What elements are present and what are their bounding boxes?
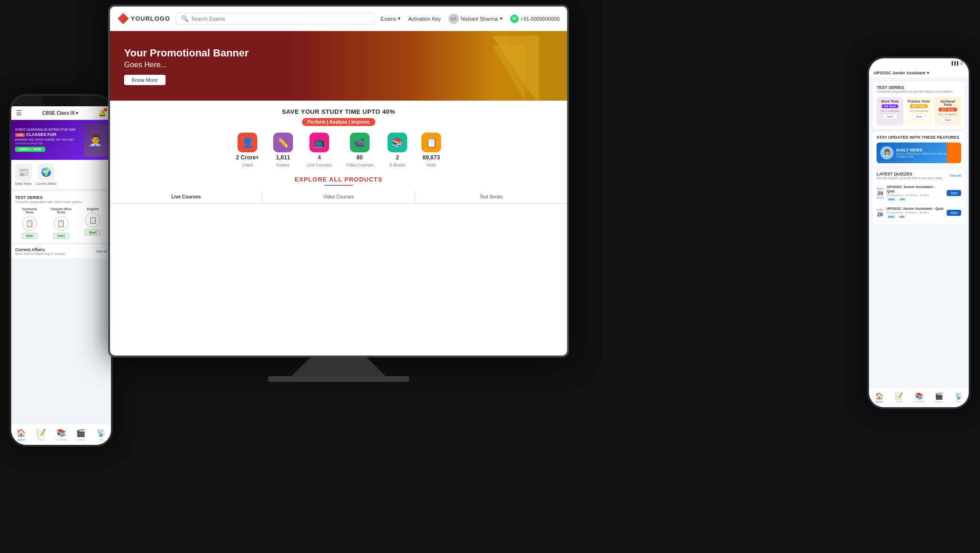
rts-start-btn[interactable]: Start [940,117,955,123]
quiz-name: UPSSSC Junior Assistant - Quiz [887,185,944,193]
pbn-tests[interactable]: 📝 Tests [31,428,51,441]
banner-title: Your Promotional Banner [124,47,249,60]
chevron-down-icon: ▾ [398,16,401,22]
tag-hin: HIN [898,198,907,201]
quiz-start-btn[interactable]: Start [947,190,961,196]
test-series-title: TEST SERIES [15,195,107,200]
tab-video-courses[interactable]: Video Courses [262,190,415,203]
rts-start-btn[interactable]: Start [883,114,897,119]
shortcut-current-affairs[interactable]: 🌍 Current Affairs [36,164,57,185]
logo-icon [118,13,129,24]
live-courses-icon-box: 📺 [309,133,329,152]
test-series-subtitle: Complete preparation with latest exam pa… [15,200,107,204]
stat-number: 80 [356,154,363,161]
su-banner[interactable]: 👩‍💼 DAILY NEWS DAILY UPDATES & NEWS FOR … [877,142,961,163]
banner-content: Your Promotional Banner Goes Here... Kno… [124,47,249,86]
ts-circle: 📋 [54,216,69,231]
know-more-button[interactable]: Know More [124,75,166,85]
ts-item-chapter[interactable]: Chapter WiseTests 📋 Start [47,207,75,239]
home-icon: 🏠 [875,392,883,400]
rts-card-practice[interactable]: Practice Tests 0/34 Tests 0% Completed S… [905,97,932,126]
rpbn-tests[interactable]: 📝 Tests [889,392,909,403]
tests-icon: 📝 [895,392,903,400]
activation-key[interactable]: Activation Key [408,16,441,22]
rphone-bottom-nav: 🏠 Home 📝 Tests 📚 E-Library 🎬 Videos 📡 [869,387,969,407]
rts-badge: 0/34 Tests [910,104,928,108]
stat-video-courses: 📹 80 Video Courses [346,133,373,167]
ts-item-label: SectionalTests [22,207,37,214]
shortcut-label: Current Affairs [36,182,57,185]
exam-selector[interactable]: UPSSSC Junior Assistant ▾ [874,71,929,75]
rphone-test-series: TEST SERIES Complete preparation as per … [873,81,965,129]
search-bar[interactable]: 🔍 [176,13,375,24]
stat-number: 2 [396,154,399,161]
stat-tests: 📋 89,673 Tests [421,133,441,167]
rts-progress: 0% Completed [881,110,899,112]
latest-quizzes: LATEST QUIZZES Quickly assess yourself w… [873,169,965,224]
orange-bar [947,142,961,163]
phone-banner: START LEARNING IN INTRACTIVE WAY LIVE CL… [11,120,111,160]
lq-view-all[interactable]: View All [950,174,961,177]
promotional-banner: Your Promotional Banner Goes Here... Kno… [110,31,567,101]
status-icons: ▐▐▐ 🔋 [950,61,964,65]
search-input[interactable] [191,16,370,22]
ts-start-btn[interactable]: Start [85,229,101,236]
stat-number: 2 Crore+ [236,154,259,161]
tab-live-courses[interactable]: Live Courses [110,190,262,203]
rpbn-label: Live [956,400,961,403]
logo: YOURLOGO [118,13,170,24]
stats-icons: 👤 2 Crore+ Users ✏️ 1,611 Exams [115,133,562,167]
users-icon-box: 👤 [237,133,257,152]
ts-item-english[interactable]: English 📋 Start [79,207,107,239]
test-series-items: SectionalTests 📋 Start Chapter WiseTests… [15,207,107,239]
stat-label: Tests [427,163,436,167]
rts-start-btn[interactable]: Start [912,114,926,119]
rpbn-home[interactable]: 🏠 Home [869,392,889,403]
rpbn-elibrary[interactable]: 📚 E-Library [909,392,929,403]
ca-subtitle: latest events happening in country [15,252,65,255]
videos-icon: 🎬 [935,392,943,400]
view-all-link[interactable]: View all [96,250,107,253]
notification-icon[interactable]: 🔔 [98,109,106,117]
rpbn-label: Videos [934,400,943,403]
rpbn-videos[interactable]: 🎬 Videos [929,392,948,403]
rpbn-live[interactable]: 📡 Live [949,392,969,403]
nav-right: Exams ▾ Activation Key NS Nishant Sharma… [380,14,560,24]
pbn-live[interactable]: 📡 Live [91,428,111,441]
phone-bottom-nav: 🏠 Home 📝 Tests 📚 E-Library 🎬 Videos 📡 [11,424,111,445]
shortcut-daily-news[interactable]: 📰 Daily News [15,164,32,185]
stat-number: 89,673 [423,154,440,161]
rphone-header: UPSSSC Junior Assistant ▾ [869,68,969,79]
quiz-date: May 28 [877,208,884,217]
quiz-month: May [877,187,884,190]
rts-card-mock[interactable]: Mock Tests 0/4 Tests 0% Completed Start [877,97,903,126]
quiz-start-btn[interactable]: Start [947,210,961,216]
menu-icon[interactable]: ☰ [16,109,22,117]
tabs-row: Live Courses Video Courses Test Series [110,190,567,204]
enroll-btn[interactable]: ENROLL NOW [15,147,45,152]
pbn-elibrary[interactable]: 📚 E-Library [51,428,71,441]
stat-label: Users [242,163,253,167]
pbn-label: Videos [77,438,85,441]
user-menu[interactable]: NS Nishant Sharma ▾ [449,14,503,24]
avatar: NS [449,14,459,24]
ts-item-sectional[interactable]: SectionalTests 📋 Start [15,207,44,239]
rts-card-sectional[interactable]: Sectional Tests 0/21 Tests 0% Completed … [934,97,961,126]
ts-start-btn[interactable]: Start [53,233,69,239]
current-affairs-icon: 🌍 [38,164,55,181]
exams-menu[interactable]: Exams ▾ [380,16,401,22]
quiz-info: UPSSSC Junior Assistant - Quiz 20 Questi… [886,206,944,219]
tests-icon-box: 📋 [421,133,441,152]
tab-test-series[interactable]: Test Series [415,190,567,203]
stat-label: Video Courses [346,163,373,167]
class-selector[interactable]: CBSE Class IX ▾ [42,111,78,116]
pbn-home[interactable]: 🏠 Home [11,428,31,441]
right-phone: ▐▐▐ 🔋 UPSSSC Junior Assistant ▾ TEST SER… [867,56,971,409]
quiz-item-2: May 28 UPSSSC Junior Assistant - Quiz 20… [877,204,961,221]
left-phone: ☰ CBSE Class IX ▾ 🔔 START LEARNING IN IN… [9,94,113,447]
pbn-videos[interactable]: 🎬 Videos [71,428,91,441]
rts-cards: Mock Tests 0/4 Tests 0% Completed Start … [877,97,961,126]
ts-item-label: English [87,207,99,211]
ts-start-btn[interactable]: Start [22,233,38,239]
tests-icon: 📝 [37,428,46,437]
